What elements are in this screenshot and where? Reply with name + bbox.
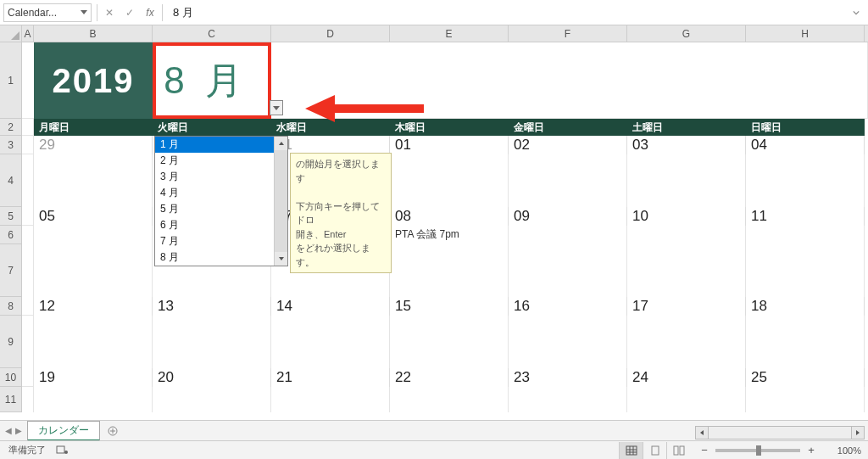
nav-first-icon[interactable]: ◀: [5, 426, 12, 435]
cell[interactable]: [390, 244, 509, 297]
cell[interactable]: [34, 244, 153, 297]
cell[interactable]: [22, 387, 34, 412]
col-header[interactable]: F: [509, 25, 627, 42]
cell[interactable]: [34, 154, 153, 207]
zoom-readout[interactable]: 100%: [826, 445, 861, 456]
day-header[interactable]: 月曜日: [34, 119, 153, 136]
date-cell[interactable]: 19: [34, 368, 153, 387]
dropdown-scrollbar[interactable]: [274, 137, 287, 266]
cell[interactable]: [390, 387, 509, 412]
zoom-in-button[interactable]: +: [805, 445, 817, 456]
col-header[interactable]: G: [627, 25, 746, 42]
cell[interactable]: [22, 368, 34, 387]
zoom-track[interactable]: [715, 449, 800, 452]
cell[interactable]: [390, 316, 509, 368]
date-cell[interactable]: 22: [390, 368, 509, 387]
cell[interactable]: [22, 226, 34, 244]
col-header[interactable]: E: [390, 25, 509, 42]
formula-enter-button[interactable]: ✓: [120, 3, 140, 22]
zoom-slider[interactable]: − +: [698, 445, 817, 456]
date-cell[interactable]: 15: [390, 297, 509, 316]
cell[interactable]: [271, 387, 390, 412]
date-cell[interactable]: 14: [271, 297, 390, 316]
name-box[interactable]: Calendar...: [3, 3, 92, 22]
cell[interactable]: [509, 154, 627, 207]
dropdown-button[interactable]: [270, 100, 283, 115]
day-header[interactable]: 金曜日: [509, 119, 627, 136]
sheet-nav[interactable]: ◀ ▶: [0, 426, 27, 435]
col-header[interactable]: B: [34, 25, 153, 42]
cell[interactable]: [22, 136, 34, 154]
day-header[interactable]: 土曜日: [627, 119, 746, 136]
cell[interactable]: [153, 387, 271, 412]
row-header[interactable]: 5: [0, 207, 21, 226]
dropdown-item[interactable]: 5 月: [155, 201, 287, 217]
cell[interactable]: [22, 42, 34, 119]
cell[interactable]: [627, 244, 746, 297]
date-cell[interactable]: 20: [153, 368, 271, 387]
day-header[interactable]: 火曜日: [153, 119, 271, 136]
date-cell[interactable]: 03: [627, 136, 746, 154]
row-header[interactable]: 1: [0, 42, 21, 119]
view-page-layout-button[interactable]: [643, 442, 666, 459]
select-all-corner[interactable]: [0, 25, 22, 42]
row-header[interactable]: 6: [0, 226, 21, 244]
cell[interactable]: [271, 316, 390, 368]
date-cell[interactable]: 12: [34, 297, 153, 316]
view-page-break-button[interactable]: [666, 442, 690, 459]
cell[interactable]: [509, 387, 627, 412]
cell[interactable]: [509, 244, 627, 297]
cell[interactable]: [509, 316, 627, 368]
cell[interactable]: [34, 226, 153, 244]
row-header[interactable]: 7: [0, 244, 21, 297]
dropdown-item[interactable]: 8 月: [155, 249, 287, 266]
cell[interactable]: [22, 154, 34, 207]
col-header[interactable]: H: [746, 25, 865, 42]
date-cell[interactable]: 08: [390, 207, 509, 226]
cell[interactable]: [627, 316, 746, 368]
formula-expand-button[interactable]: [848, 3, 865, 22]
date-cell[interactable]: 01: [390, 136, 509, 154]
cell[interactable]: [746, 154, 865, 207]
view-normal-button[interactable]: [619, 442, 643, 459]
scroll-right-icon[interactable]: [851, 426, 865, 439]
cell[interactable]: [390, 154, 509, 207]
dropdown-item[interactable]: 6 月: [155, 217, 287, 233]
dropdown-item[interactable]: 4 月: [155, 185, 287, 201]
date-cell[interactable]: 10: [627, 207, 746, 226]
dropdown-item[interactable]: 7 月: [155, 233, 287, 249]
formula-input[interactable]: [164, 3, 848, 22]
date-cell[interactable]: 04: [746, 136, 865, 154]
cell[interactable]: [509, 226, 627, 244]
cell[interactable]: [34, 387, 153, 412]
date-cell[interactable]: 05: [34, 207, 153, 226]
date-cell[interactable]: 17: [627, 297, 746, 316]
row-header[interactable]: 4: [0, 154, 21, 207]
dropdown-item[interactable]: 2 月: [155, 153, 287, 169]
dropdown-item[interactable]: 3 月: [155, 169, 287, 185]
scroll-down-icon[interactable]: [275, 252, 287, 266]
nav-next-icon[interactable]: ▶: [15, 426, 22, 435]
cell[interactable]: [22, 119, 34, 136]
date-cell[interactable]: 29: [34, 136, 153, 154]
date-cell[interactable]: 11: [746, 207, 865, 226]
zoom-out-button[interactable]: −: [698, 445, 710, 456]
scroll-up-icon[interactable]: [275, 137, 287, 150]
date-cell[interactable]: 18: [746, 297, 865, 316]
year-cell[interactable]: 2019: [34, 42, 153, 119]
date-cell[interactable]: 02: [509, 136, 627, 154]
date-cell[interactable]: 31: [271, 136, 390, 154]
row-header[interactable]: 9: [0, 316, 21, 368]
cell[interactable]: [746, 387, 865, 412]
fx-button[interactable]: fx: [140, 3, 160, 22]
cell[interactable]: [627, 154, 746, 207]
date-cell[interactable]: 25: [746, 368, 865, 387]
formula-cancel-button[interactable]: ✕: [99, 3, 120, 22]
col-header[interactable]: C: [153, 25, 271, 42]
sheet-tab[interactable]: カレンダー: [27, 421, 100, 441]
month-select-cell[interactable]: 8 月: [153, 42, 271, 119]
event-cell[interactable]: PTA 会議 7pm: [390, 226, 509, 244]
date-cell[interactable]: 23: [509, 368, 627, 387]
cell[interactable]: [22, 244, 34, 297]
cell[interactable]: [627, 226, 746, 244]
